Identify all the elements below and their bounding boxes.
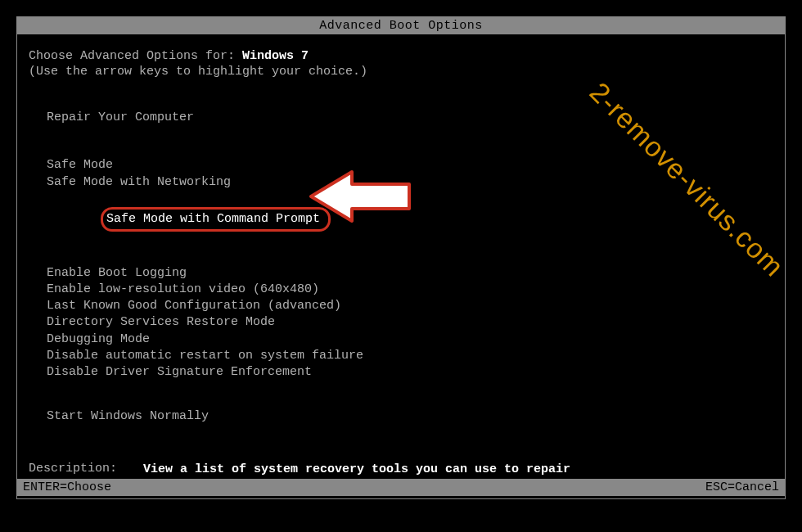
menu-debugging[interactable]: Debugging Mode: [47, 331, 773, 348]
menu-disable-driver-sig[interactable]: Disable Driver Signature Enforcement: [47, 364, 773, 381]
menu-safe-mode-cmd-wrapper[interactable]: Safe Mode with Command Prompt: [47, 191, 773, 249]
menu-safe-mode-networking[interactable]: Safe Mode with Networking: [47, 174, 773, 191]
start-normal-group: Start Windows Normally: [29, 408, 773, 425]
content-area: Choose Advanced Options for: Windows 7 (…: [17, 34, 785, 503]
menu-repair-computer[interactable]: Repair Your Computer: [47, 110, 773, 126]
hint-line: (Use the arrow keys to highlight your ch…: [29, 65, 773, 79]
os-name: Windows 7: [242, 49, 309, 63]
menu-last-known-good[interactable]: Last Known Good Configuration (advanced): [47, 298, 773, 314]
description-line1: View a list of system recovery tools you…: [143, 462, 570, 478]
advanced-options-group: Enable Boot Logging Enable low-resolutio…: [29, 265, 773, 381]
prompt-prefix: Choose Advanced Options for:: [29, 49, 242, 63]
menu-disable-auto-restart[interactable]: Disable automatic restart on system fail…: [47, 348, 773, 364]
safe-mode-group: Safe Mode Safe Mode with Networking Safe…: [29, 157, 773, 248]
prompt-line: Choose Advanced Options for: Windows 7: [29, 49, 773, 63]
title-bar: Advanced Boot Options: [17, 17, 785, 34]
menu-start-normally[interactable]: Start Windows Normally: [47, 408, 773, 425]
title-text: Advanced Boot Options: [319, 19, 483, 33]
menu-low-res-video[interactable]: Enable low-resolution video (640x480): [47, 282, 773, 298]
menu-safe-mode[interactable]: Safe Mode: [47, 157, 773, 174]
boot-options-frame: Advanced Boot Options Choose Advanced Op…: [16, 16, 786, 499]
footer-esc: ESC=Cancel: [705, 480, 779, 494]
menu-dsrm[interactable]: Directory Services Restore Mode: [47, 314, 773, 331]
menu-safe-mode-cmd[interactable]: Safe Mode with Command Prompt: [101, 207, 331, 232]
menu-boot-logging[interactable]: Enable Boot Logging: [47, 265, 773, 282]
footer-bar: ENTER=Choose ESC=Cancel: [16, 479, 786, 496]
repair-section: Repair Your Computer: [29, 110, 773, 126]
footer-enter: ENTER=Choose: [23, 480, 111, 494]
